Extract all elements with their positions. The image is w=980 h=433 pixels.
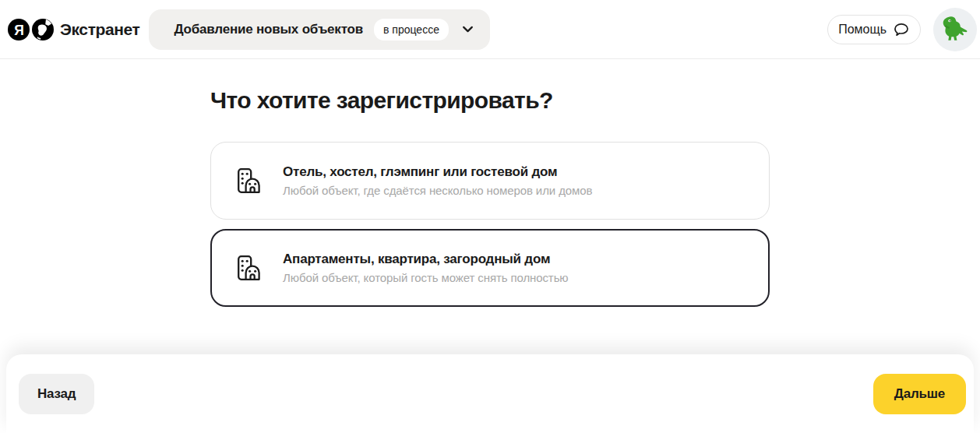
flow-dropdown-label: Добавление новых объектов [174, 22, 363, 37]
buildings-icon [234, 253, 264, 283]
option-text: Апартаменты, квартира, загородный дом Лю… [283, 252, 569, 284]
chevron-down-icon [461, 23, 474, 36]
page-title: Что хотите зарегистрировать? [210, 87, 770, 114]
option-card-apartment[interactable]: Апартаменты, квартира, загородный дом Лю… [210, 229, 770, 307]
avatar[interactable] [933, 8, 977, 51]
globe-icon [32, 19, 54, 40]
option-text: Отель, хостел, глэмпинг или гостевой дом… [283, 164, 592, 197]
dinosaur-avatar-icon [938, 12, 972, 47]
option-card-hotel[interactable]: Отель, хостел, глэмпинг или гостевой дом… [210, 142, 770, 220]
app-window: Я Экстранет Добавление новых объектов в … [0, 0, 980, 433]
help-button[interactable]: Помощь [827, 15, 921, 44]
main-content: Что хотите зарегистрировать? Отель, хост… [210, 87, 770, 307]
back-button[interactable]: Назад [19, 374, 94, 414]
yandex-logo-icon: Я [8, 19, 30, 40]
flow-status-badge: в процессе [374, 19, 449, 40]
logo-title: Экстранет [60, 20, 139, 39]
next-button[interactable]: Дальше [873, 374, 966, 414]
header-right: Помощь [827, 8, 977, 51]
logo[interactable]: Я Экстранет [8, 19, 139, 40]
header: Я Экстранет Добавление новых объектов в … [0, 0, 980, 59]
chat-bubble-icon [893, 21, 910, 38]
svg-text:Я: Я [14, 22, 24, 37]
option-subtitle: Любой объект, где сдаётся несколько номе… [283, 184, 592, 197]
option-title: Апартаменты, квартира, загородный дом [283, 252, 569, 267]
option-subtitle: Любой объект, который гость может снять … [283, 271, 569, 284]
flow-dropdown[interactable]: Добавление новых объектов в процессе [149, 9, 490, 50]
option-title: Отель, хостел, глэмпинг или гостевой дом [283, 164, 592, 180]
footer-bar: Назад Дальше [6, 354, 974, 433]
help-button-label: Помощь [838, 23, 887, 37]
buildings-icon [234, 166, 264, 195]
